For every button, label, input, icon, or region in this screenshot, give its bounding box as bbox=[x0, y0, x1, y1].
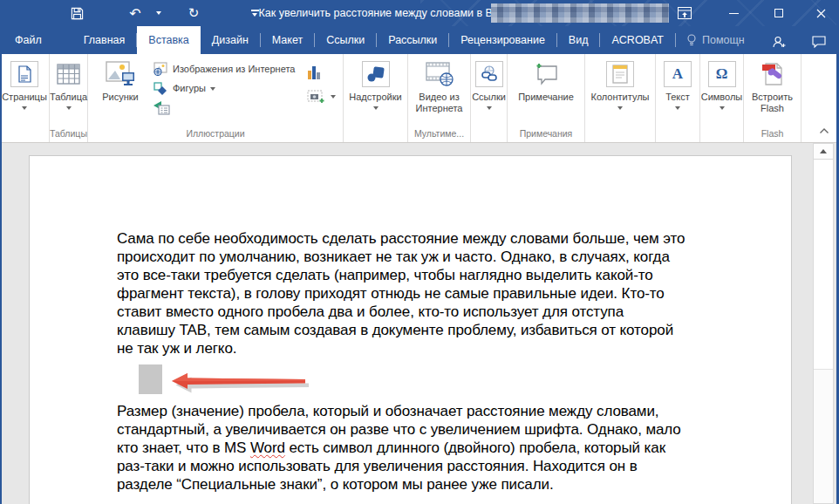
pictures-icon bbox=[105, 59, 136, 89]
minimize-button[interactable] bbox=[719, 0, 748, 26]
tab-references[interactable]: Ссылки bbox=[315, 26, 376, 54]
group-pages: Страницы bbox=[0, 54, 50, 142]
tab-file[interactable]: Файл bbox=[0, 26, 57, 54]
group-label-flash: Flash bbox=[744, 128, 801, 139]
annotation-arrow-icon bbox=[169, 371, 309, 393]
person-add-icon bbox=[772, 36, 787, 49]
tab-insert[interactable]: Вставка bbox=[137, 26, 200, 54]
chevron-down-icon bbox=[373, 106, 379, 110]
shapes-button[interactable]: Фигуры bbox=[153, 79, 295, 97]
header-footer-button[interactable]: Колонтитулы bbox=[585, 54, 655, 142]
undo-icon: ↶ bbox=[129, 5, 140, 22]
group-links: Ссылки bbox=[471, 54, 508, 142]
group-illustrations: Рисунки Изображения из Интернета bbox=[88, 54, 344, 142]
collapse-ribbon-button[interactable] bbox=[816, 125, 832, 137]
online-pictures-label: Изображения из Интернета bbox=[173, 64, 295, 74]
smartart-button[interactable] bbox=[153, 99, 295, 116]
group-tables: Таблица Таблицы bbox=[50, 54, 88, 142]
group-label-comments: Примечания bbox=[508, 128, 584, 139]
selected-space-highlight bbox=[139, 364, 162, 394]
paragraph2-line: раз-таки и можно использовать для увелич… bbox=[117, 457, 638, 475]
chevron-down-icon bbox=[617, 106, 623, 110]
group-flash: Встроить Flash Flash bbox=[744, 54, 801, 142]
shapes-icon bbox=[153, 81, 168, 95]
save-icon bbox=[71, 7, 84, 20]
ribbon: Страницы Таблица Таблицы bbox=[0, 54, 839, 143]
ribbon-display-options-button[interactable] bbox=[670, 0, 699, 26]
chevron-down-icon bbox=[22, 106, 27, 110]
document-page[interactable]: Сама по себе необходимость сделать расст… bbox=[29, 155, 792, 504]
paragraph1-line: клавишу TAB, тем самым создавая в докуме… bbox=[117, 321, 673, 339]
close-icon bbox=[816, 9, 826, 18]
group-label-tables: Таблицы bbox=[50, 128, 87, 139]
close-button[interactable] bbox=[806, 0, 836, 26]
text-icon: A bbox=[664, 61, 692, 87]
embed-flash-icon bbox=[761, 59, 785, 89]
paragraph1-line: Сама по себе необходимость сделать расст… bbox=[117, 229, 685, 248]
paragraph2-line: Размер (значение) пробела, который и обо… bbox=[117, 402, 658, 420]
comments-button[interactable] bbox=[804, 28, 834, 56]
paragraph1-line: фрагмент текста), в голову приходят отню… bbox=[117, 284, 665, 303]
arrow-up-icon bbox=[820, 149, 827, 153]
tab-acrobat[interactable]: ACROBAT bbox=[600, 26, 675, 54]
paragraph2-line: стандартный, а увеличивается он разве чт… bbox=[117, 420, 681, 439]
tab-home[interactable]: Главная bbox=[72, 26, 137, 54]
online-video-icon bbox=[425, 59, 454, 89]
pictures-button[interactable]: Рисунки bbox=[88, 58, 153, 103]
pages-button[interactable]: Страницы bbox=[0, 54, 49, 142]
group-comments: Примечание Примечания bbox=[508, 54, 585, 142]
shapes-label: Фигуры bbox=[173, 83, 206, 93]
tab-review[interactable]: Рецензирование bbox=[449, 26, 556, 54]
tab-view[interactable]: Вид bbox=[557, 26, 600, 54]
tab-layout[interactable]: Макет bbox=[261, 26, 314, 54]
scrollbar-thumb[interactable] bbox=[814, 160, 833, 370]
header-footer-icon bbox=[606, 61, 634, 87]
paragraph2-line: кто знает, что в MS Word есть символ дли… bbox=[117, 439, 665, 457]
group-media: Видео из Интернета Мультиме... bbox=[408, 54, 471, 142]
document-area: Сама по себе необходимость сделать расст… bbox=[0, 143, 839, 504]
comment-plus-icon bbox=[533, 59, 559, 89]
paragraph1-line: происходит по умолчанию, возникает не та… bbox=[117, 248, 670, 266]
tab-mailings[interactable]: Рассылки bbox=[377, 26, 448, 54]
chevron-down-icon bbox=[487, 106, 492, 110]
group-addins: Надстройки bbox=[344, 54, 408, 142]
paragraph1-line: это все-таки требуется сделать (например… bbox=[117, 266, 653, 284]
symbols-button[interactable]: Ω Символы bbox=[700, 54, 743, 142]
redo-button[interactable]: ↻ bbox=[183, 0, 204, 26]
online-pictures-icon bbox=[153, 62, 168, 76]
chart-icon bbox=[307, 65, 321, 80]
share-button[interactable] bbox=[764, 28, 794, 56]
minimize-icon bbox=[729, 13, 739, 14]
maximize-icon bbox=[774, 9, 783, 17]
online-pictures-button[interactable]: Изображения из Интернета bbox=[153, 60, 295, 78]
ribbon-tab-bar: Файл Главная Вставка Дизайн Макет Ссылки… bbox=[0, 26, 839, 54]
chart-button[interactable] bbox=[307, 64, 336, 81]
tab-design[interactable]: Дизайн bbox=[201, 26, 260, 54]
save-button[interactable] bbox=[66, 0, 87, 26]
redacted-account-name bbox=[491, 3, 669, 23]
title-bar: ↶ ↻ Как увеличить расстояние между слова… bbox=[0, 0, 839, 26]
links-button[interactable]: Ссылки bbox=[471, 54, 507, 142]
group-symbols: Ω Символы bbox=[700, 54, 744, 142]
vertical-scrollbar[interactable] bbox=[813, 143, 834, 504]
screenshot-icon bbox=[307, 90, 326, 104]
addins-button[interactable]: Надстройки bbox=[344, 54, 407, 142]
chevron-down-icon bbox=[720, 106, 725, 110]
scroll-up-button[interactable] bbox=[814, 144, 833, 160]
ribbon-display-options-icon bbox=[678, 7, 692, 19]
paragraph2-line: разделе “Специальные знаки”, о котором м… bbox=[117, 475, 554, 494]
ribbon-right-strip bbox=[801, 54, 839, 142]
undo-dropdown[interactable] bbox=[153, 0, 164, 26]
tell-me-label: Помощн bbox=[702, 34, 745, 46]
lightbulb-icon bbox=[686, 34, 697, 47]
undo-button[interactable]: ↶ bbox=[125, 0, 146, 26]
redo-icon: ↻ bbox=[188, 5, 200, 21]
maximize-button[interactable] bbox=[764, 0, 794, 26]
chevron-down-icon bbox=[675, 106, 680, 110]
chevron-down-icon bbox=[156, 11, 161, 15]
addins-icon bbox=[362, 61, 390, 87]
tell-me-box[interactable]: Помощн bbox=[676, 26, 755, 54]
screenshot-button[interactable] bbox=[307, 88, 336, 106]
group-header-footer: Колонтитулы bbox=[585, 54, 656, 142]
text-button[interactable]: A Текст bbox=[656, 54, 699, 142]
